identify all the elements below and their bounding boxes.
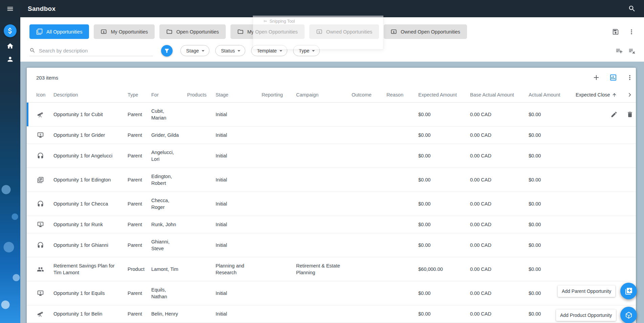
opportunity-row[interactable]: $Opportunity 1 for EquilsParentEquils, N… — [27, 281, 636, 305]
cell-base-actual-amount: 0.00 CAD — [470, 285, 529, 302]
column-header-actual-amount[interactable]: Actual Amount — [529, 92, 576, 98]
delete-icon[interactable] — [626, 111, 634, 118]
cell-description: Opportunity 1 for Angelucci — [53, 147, 128, 164]
opportunity-row[interactable]: Opportunity 1 for CubitParentCubit, Mari… — [27, 103, 636, 127]
more-options-icon[interactable] — [626, 74, 634, 81]
add-product-opportunity-button[interactable] — [620, 307, 637, 323]
cell-for: Equils, Nathan — [151, 281, 187, 305]
column-header-base-actual-amount[interactable]: Base Actual Amount — [470, 92, 529, 98]
column-header-description[interactable]: Description — [53, 92, 128, 98]
account-icon[interactable] — [6, 56, 14, 63]
column-header-outcome[interactable]: Outcome — [352, 92, 386, 98]
opportunity-row[interactable]: Retirement Savings Plan for Tim LamontPr… — [27, 257, 636, 281]
edit-icon[interactable] — [610, 111, 618, 118]
search-small-icon — [29, 47, 36, 53]
view-tab-owned-opportunities[interactable]: $Owned Opportunities — [309, 24, 379, 39]
opportunities-dollar-icon[interactable] — [4, 24, 17, 37]
item-count: 203 items — [36, 75, 58, 81]
folder-icon — [166, 28, 173, 35]
svg-text:$: $ — [40, 133, 41, 136]
view-tab-my-opportunities[interactable]: $My Opportunities — [94, 24, 155, 39]
column-header-campaign[interactable]: Campaign — [296, 92, 352, 98]
cell-reason — [386, 264, 418, 274]
cell-base-actual-amount: 0.00 CAD — [470, 261, 529, 278]
cell-stage: Initial — [216, 171, 262, 188]
cell-expected-amount: $0.00 — [418, 305, 470, 322]
column-header-reporting[interactable]: Reporting — [262, 92, 296, 98]
cell-stage: Initial — [216, 127, 262, 144]
cell-actual-amount: $0.00 — [529, 216, 576, 233]
cell-products — [187, 151, 216, 161]
cell-reason — [386, 199, 418, 209]
cell-campaign — [296, 288, 352, 298]
card-header-icons — [592, 73, 634, 82]
playlist-add-icon[interactable] — [616, 47, 623, 55]
column-header-icon[interactable]: Icon — [36, 92, 53, 98]
opportunity-row[interactable]: Opportunity 1 for GhianniParentGhianni, … — [27, 233, 636, 257]
chevron-down-icon — [277, 47, 284, 54]
cell-reporting — [262, 109, 296, 120]
view-tab-open-opportunities[interactable]: Open Opportunities — [159, 24, 226, 39]
view-tab-my-open-opportunities[interactable]: My Open Opportunities — [230, 24, 305, 39]
cell-for: Grider, Gilda — [151, 127, 187, 144]
cell-stage: Initial — [216, 195, 262, 212]
svg-text:$: $ — [40, 222, 41, 225]
cell-products — [187, 130, 216, 140]
cell-outcome — [352, 264, 386, 274]
add-parent-opportunity-button[interactable] — [620, 283, 637, 299]
column-header-expected-close[interactable]: Expected Close — [576, 92, 626, 98]
cell-outcome — [352, 199, 386, 209]
view-tab-owned-open-opportunities[interactable]: $Owned Open Opportunities — [384, 24, 467, 39]
column-header-reason[interactable]: Reason — [386, 92, 418, 98]
search-input[interactable] — [39, 48, 153, 53]
dollar-card-icon: $ — [101, 28, 107, 35]
opportunity-row[interactable]: Opportunity 1 for CheccaParentChecca, Ro… — [27, 192, 636, 216]
opportunity-row[interactable]: Opportunity 1 for EdingtonParentEdington… — [27, 168, 636, 192]
page-title: Sandbox — [28, 5, 55, 13]
column-header-type[interactable]: Type — [128, 92, 151, 98]
cell-type: Parent — [128, 237, 151, 254]
add-parent-opportunity-tooltip: Add Parent Opportunity — [558, 285, 615, 297]
dropdown-type[interactable]: Type — [293, 45, 320, 56]
cell-products — [187, 219, 216, 230]
table-header-row: IconDescriptionTypeForProductsStageRepor… — [27, 87, 636, 103]
cell-expected-amount: $0.00 — [418, 195, 470, 212]
opportunity-row[interactable]: $Opportunity 1 for GriderParentGrider, G… — [27, 127, 636, 144]
cell-stage: Initial — [216, 285, 262, 302]
save-view-icon[interactable] — [612, 28, 619, 36]
cell-campaign — [296, 151, 352, 161]
column-header-stage[interactable]: Stage — [216, 92, 262, 98]
opportunity-row[interactable]: $Opportunity 1 for RunkParentRunk, JohnI… — [27, 216, 636, 233]
cell-base-actual-amount: 0.00 CAD — [470, 237, 529, 254]
cell-actual-amount: $0.00 — [529, 147, 576, 164]
cell-reporting — [262, 240, 296, 250]
opportunity-row[interactable]: Opportunity 1 for AngelucciParentAngeluc… — [27, 144, 636, 168]
chart-icon[interactable] — [609, 73, 617, 82]
cell-type: Product — [128, 261, 151, 278]
dropdown-stage[interactable]: Stage — [180, 45, 209, 56]
topbar: Sandbox — [20, 0, 644, 17]
dropdown-status[interactable]: Status — [215, 45, 245, 56]
computer-dollar-icon: $ — [37, 290, 44, 297]
opportunities-card: 203 items IconDescriptionTypeForProducts… — [27, 68, 636, 323]
add-icon[interactable] — [592, 73, 600, 82]
toolbar-more-icon[interactable] — [628, 28, 635, 36]
playlist-remove-icon[interactable] — [628, 47, 636, 55]
dropdown-template[interactable]: Template — [251, 45, 287, 56]
cell-reason — [386, 109, 418, 120]
home-icon[interactable] — [6, 42, 14, 50]
filter-button[interactable] — [161, 45, 173, 57]
opportunity-row[interactable]: Opportunity 1 for BelinParentBelin, Henr… — [27, 305, 636, 323]
telescope-icon — [37, 310, 44, 318]
cell-reporting — [262, 151, 296, 161]
search-icon[interactable] — [628, 5, 636, 13]
menu-icon[interactable] — [6, 5, 14, 13]
column-header-for[interactable]: For — [151, 92, 187, 98]
cell-for: Lamont, Tim — [151, 261, 187, 278]
scroll-columns-right-icon[interactable] — [626, 91, 634, 99]
folder-icon — [237, 28, 244, 35]
view-tab-all-opportunities[interactable]: All Opportunities — [29, 24, 89, 39]
column-header-expected-amount[interactable]: Expected Amount — [418, 92, 470, 98]
column-header-products[interactable]: Products — [187, 92, 216, 98]
svg-text:$: $ — [103, 30, 105, 34]
